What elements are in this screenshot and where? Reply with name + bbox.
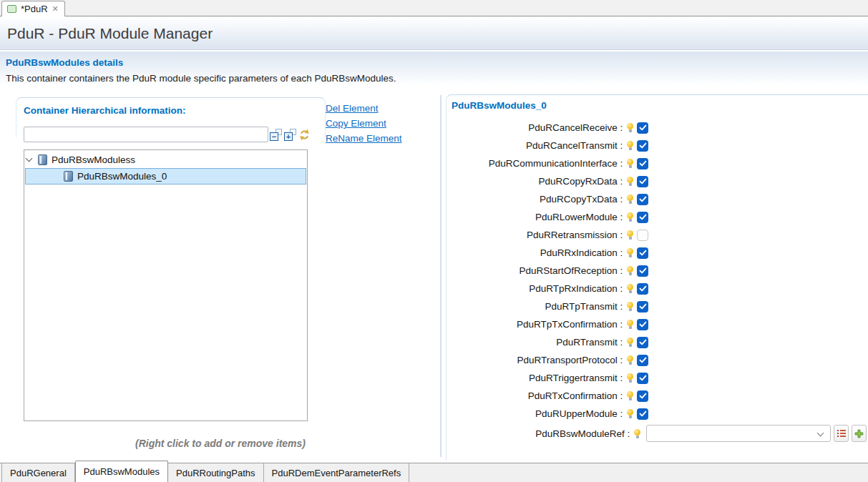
parameter-label: PduRCancelReceive [528, 122, 618, 133]
colon: : [618, 247, 625, 258]
parameter-label: PduRUpperModule [535, 408, 618, 419]
selected-container-heading: PduRBswModules_0 [452, 100, 547, 111]
parameter-bulb-icon [634, 429, 640, 438]
chevron-down-icon[interactable] [26, 155, 33, 162]
details-heading: PduRBswModules details [6, 57, 123, 68]
parameter-label: PduRTransportProtocol [517, 355, 617, 365]
PduRCopyTxData-checkbox[interactable] [637, 194, 648, 205]
check-icon [639, 142, 647, 149]
parameter-row: PduRTpTxConfirmation : [447, 315, 648, 333]
PduRTxConfirmation-checkbox[interactable] [637, 390, 648, 402]
rename-element-link[interactable]: ReName Element [326, 133, 402, 144]
container-tree[interactable]: PduRBswModulessPduRBswModules_0 [24, 149, 308, 421]
form-editor-icon [7, 5, 16, 13]
glyph: − [270, 132, 278, 141]
check-icon [639, 214, 647, 220]
parameter-bulb-icon [627, 266, 633, 275]
colon: : [618, 283, 625, 294]
PduRCancelTransmit-checkbox[interactable] [637, 140, 648, 152]
refresh-icon[interactable] [298, 129, 311, 141]
close-icon[interactable]: ✕ [52, 5, 59, 13]
ref-list-button[interactable] [834, 425, 849, 442]
colon: : [618, 176, 625, 187]
glyph: + [284, 132, 293, 141]
PduRTpRxIndication-checkbox[interactable] [637, 283, 648, 295]
tab-PduRBswModules[interactable]: PduRBswModules [75, 461, 168, 482]
parameter-bulb-icon [627, 373, 633, 383]
parameter-label: PduRTriggertransmit [529, 373, 618, 383]
colon: : [625, 428, 633, 439]
PduRCancelReceive-checkbox[interactable] [637, 122, 648, 134]
colon: : [618, 265, 625, 276]
parameter-label: PduRTxConfirmation [528, 390, 618, 401]
parameter-label: PduRCopyRxData [538, 176, 617, 187]
tree-item-PduRBswModuless[interactable]: PduRBswModuless [24, 152, 307, 168]
details-description: This container containers the PduR modul… [6, 73, 396, 84]
parameter-row: PduRTransmit : [447, 333, 648, 351]
parameter-row: PduRCopyTxData : [447, 190, 648, 208]
tree-item-PduRBswModules_0[interactable]: PduRBswModules_0 [25, 168, 306, 185]
colon: : [618, 140, 625, 151]
copy-element-link[interactable]: Copy Element [326, 118, 402, 129]
colon: : [618, 230, 625, 240]
container-icon [38, 154, 47, 165]
PduRUpperModule-checkbox[interactable] [637, 408, 648, 420]
PduRTriggertransmit-checkbox[interactable] [637, 373, 648, 384]
PduRTransmit-checkbox[interactable] [637, 337, 648, 348]
check-icon [639, 321, 647, 328]
add-reference-button[interactable] [852, 425, 867, 442]
PduRCopyRxData-checkbox[interactable] [637, 176, 648, 187]
parameter-list: PduRCancelReceive : PduRCancelTransmit :… [447, 119, 648, 423]
check-icon [639, 375, 647, 381]
tree-filter-input[interactable] [24, 127, 268, 142]
chevron-down-icon[interactable] [817, 430, 824, 437]
del-element-link[interactable]: Del Element [326, 103, 402, 114]
check-icon [639, 393, 647, 399]
parameter-bulb-icon [627, 302, 633, 311]
check-icon [639, 303, 647, 310]
parameter-bulb-icon [627, 141, 633, 150]
tab-PduRRoutingPaths[interactable]: PduRRoutingPaths [168, 463, 264, 482]
check-icon [639, 267, 647, 274]
editor-tab-pdur[interactable]: *PduR ✕ [1, 1, 65, 16]
check-icon [639, 410, 647, 417]
tree-toolbar: −+ [270, 129, 311, 141]
PduRTpTransmit-checkbox[interactable] [637, 301, 648, 313]
PduRStartOfReception-checkbox[interactable] [637, 265, 648, 277]
PduRLowerModule-checkbox[interactable] [637, 212, 648, 223]
check-icon [639, 196, 647, 202]
PduRTransportProtocol-checkbox[interactable] [637, 355, 648, 366]
parameter-bulb-icon [627, 248, 633, 257]
PduRCommunicationInterface-checkbox[interactable] [637, 158, 648, 169]
page-title: PduR - PduR Module Manager [7, 25, 213, 42]
PduRTpTxConfirmation-checkbox[interactable] [637, 319, 648, 330]
parameter-row: PduRCopyRxData : [447, 172, 648, 190]
colon: : [618, 212, 625, 222]
title-header: PduR - PduR Module Manager [0, 17, 868, 50]
parameter-label: PduRCancelTransmit [526, 140, 618, 151]
parameter-bulb-icon [627, 123, 633, 132]
tab-PduRDemEventParameterRefs[interactable]: PduRDemEventParameterRefs [264, 463, 410, 482]
colon: : [618, 373, 625, 383]
tree-item-label: PduRBswModuless [52, 154, 135, 165]
parameter-row: PduRLowerModule : [447, 208, 648, 226]
collapse-all-icon[interactable]: − [270, 129, 282, 141]
tab-PduRGeneral[interactable]: PduRGeneral [1, 463, 75, 482]
editor-tab-bar: *PduR ✕ [0, 0, 868, 16]
colon: : [618, 355, 625, 365]
parameter-bulb-icon [627, 177, 633, 186]
parameter-bulb-icon [627, 355, 633, 365]
PduRRxIndication-checkbox[interactable] [637, 247, 648, 259]
expand-all-icon[interactable]: + [284, 129, 296, 141]
colon: : [618, 408, 625, 419]
parameter-bulb-icon [627, 284, 633, 293]
parameter-row: PduRTransportProtocol : [447, 351, 648, 369]
parameter-label: PduRCopyTxData [540, 194, 618, 205]
bsw-module-ref-combobox[interactable] [646, 425, 831, 442]
panel-divider[interactable] [440, 95, 442, 457]
parameter-row: PduRTxConfirmation : [447, 387, 648, 405]
parameter-bulb-icon [627, 320, 633, 329]
PduRRetransmission-checkbox[interactable] [637, 230, 648, 241]
tree-item-label: PduRBswModules_0 [77, 171, 167, 182]
parameter-row: PduRRetransmission : [447, 226, 648, 244]
